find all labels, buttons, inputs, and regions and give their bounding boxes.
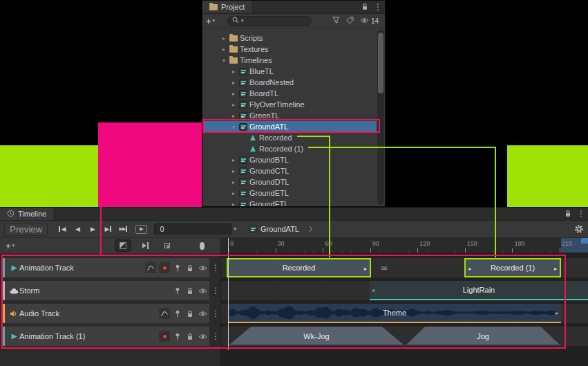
hidden-count-toggle[interactable]: 14 [360,17,379,25]
timeline-ruler[interactable]: 0306090120150180210 [221,238,588,253]
tree-item-greentl[interactable]: ▸GreenTL [202,110,377,121]
track-menu-button[interactable]: ⋮ [211,332,218,340]
playhead-ruler[interactable] [228,238,229,253]
pin-button[interactable] [173,308,182,319]
add-asset-button[interactable]: + ▾ [206,16,215,26]
project-scrollbar[interactable] [377,30,384,205]
playhead-line[interactable] [228,253,229,350]
next-frame-button[interactable]: ▶ [100,223,115,235]
pin-button[interactable] [173,285,182,296]
lock-button[interactable] [185,308,195,319]
expand-arrow-icon[interactable]: ▸ [230,91,237,97]
search-input[interactable] [246,17,307,26]
expand-arrow-icon[interactable]: ▸ [230,201,237,207]
tree-item-grounddtl[interactable]: ▸GroundDTL [202,176,377,187]
edit-mode-ripple-button[interactable] [137,239,153,252]
record-button[interactable] [159,262,170,273]
record-button[interactable] [159,331,170,342]
edit-mode-mix-button[interactable] [115,239,131,252]
expand-arrow-icon[interactable]: ▸ [230,179,237,185]
timeline-icon [239,167,247,175]
goto-start-button[interactable]: ◀ [55,223,70,235]
tree-item-boardtl[interactable]: ▸BoardTL [202,88,377,99]
search-filter-caret-icon[interactable]: ▾ [241,19,244,24]
tree-item-bluetl[interactable]: ▸BlueTL [202,66,377,77]
lock-icon[interactable] [361,3,368,12]
lock-button[interactable] [185,285,195,296]
expand-arrow-icon[interactable]: ▸ [220,35,227,42]
curves-button[interactable] [159,308,170,319]
add-track-button[interactable]: + ▾ [6,241,15,251]
tab-project[interactable]: Project [202,1,252,13]
clip-recorded-1[interactable]: ◂ Recorded (1) ▸ [464,258,561,277]
pin-button[interactable] [173,331,182,342]
expand-arrow-icon[interactable]: ▾ [230,124,237,130]
breadcrumb[interactable]: GroundATL [249,225,312,233]
eye-button[interactable] [198,262,207,273]
play-range-button[interactable]: ▶ [135,225,147,234]
eye-button[interactable] [198,285,207,296]
search-by-label-icon[interactable] [346,17,354,26]
track-header-audio-track[interactable]: Audio Track⋮ [3,304,218,323]
tree-item-groundetl[interactable]: ▸GroundETL [202,187,377,199]
clip-recorded[interactable]: Recorded ▸ [227,258,371,277]
expand-arrow-icon[interactable]: ▸ [230,102,237,108]
tree-item-groundftl[interactable]: ▸GroundFTL [202,199,377,206]
track-header-animation-track-1[interactable]: Animation Track (1)⋮ [3,327,218,346]
eye-button[interactable] [198,331,207,342]
expand-arrow-icon[interactable]: ▸ [230,68,237,75]
scrollbar-thumb[interactable] [378,33,383,93]
track-menu-button[interactable]: ⋮ [211,309,218,318]
expand-arrow-icon[interactable]: ▸ [230,80,237,86]
search-icon [232,17,239,25]
lock-button[interactable] [185,262,195,273]
track-header-animation-track[interactable]: Animation Track⋮ [3,258,218,277]
track-header-box[interactable]: Animation Track (1) [3,327,209,346]
tree-item-timelines[interactable]: ▾Timelines [202,55,377,66]
clip-wkjog[interactable]: Wk-Jog [228,327,405,346]
tab-timeline[interactable]: Timeline [0,208,53,220]
window-menu-icon[interactable]: ⋮ [577,210,584,218]
clip-jog[interactable]: Jog [405,327,561,346]
tree-item-boardnested[interactable]: ▸BoardNested [202,77,377,88]
tree-item-textures[interactable]: ▸Textures [202,44,377,55]
lock-button[interactable] [185,331,195,342]
tree-item-groundatl[interactable]: ▾GroundATL [202,121,377,132]
expand-arrow-icon[interactable]: ▸ [230,157,237,163]
goto-end-button[interactable]: ▶▶ [115,223,131,235]
curves-button[interactable] [145,262,156,273]
tree-item-recorded[interactable]: Recorded [202,132,377,143]
play-button[interactable]: ▶ [85,223,100,235]
pin-button[interactable] [173,262,182,273]
track-menu-button[interactable]: ⋮ [211,286,218,295]
clip-theme[interactable]: Theme ▸ [228,304,561,323]
expand-arrow-icon[interactable]: ▸ [220,46,227,53]
search-by-type-icon[interactable] [332,17,340,25]
track-menu-button[interactable]: ⋮ [211,264,218,272]
track-header-box[interactable]: Animation Track [3,258,209,277]
clip-lightrain[interactable]: ◂ LightRain [370,281,588,300]
preview-button[interactable]: Preview [4,223,48,236]
expand-arrow-icon[interactable]: ▸ [230,190,237,196]
frame-field-caret-icon[interactable]: ▾ [234,227,236,232]
expand-arrow-icon[interactable]: ▾ [220,57,227,64]
lock-icon[interactable] [565,210,571,219]
tree-item-flyovertimeline[interactable]: ▸FlyOverTimeline [202,99,377,110]
track-header-storm[interactable]: Storm⋮ [3,281,218,300]
tree-item-recorded-1[interactable]: Recorded (1) [202,143,377,154]
frame-field[interactable] [158,224,227,234]
track-header-box[interactable]: Audio Track [3,304,209,323]
tree-item-groundbtl[interactable]: ▸GroundBTL [202,154,377,165]
tree-item-groundctl[interactable]: ▸GroundCTL [202,165,377,176]
window-menu-icon[interactable]: ⋮ [374,3,381,11]
edit-mode-replace-button[interactable] [159,239,176,252]
expand-arrow-icon[interactable]: ▸ [230,113,237,119]
settings-gear-icon[interactable] [574,224,584,234]
tree-item-scripts[interactable]: ▸Scripts [202,33,377,44]
track-header-box[interactable]: Storm [3,281,209,300]
eye-button[interactable] [198,308,207,319]
expand-arrow-icon[interactable]: ▸ [230,168,237,174]
prev-frame-button[interactable]: ◀ [70,223,85,235]
track-name: Audio Track [19,309,159,318]
marker-toggle-button[interactable] [193,239,210,252]
